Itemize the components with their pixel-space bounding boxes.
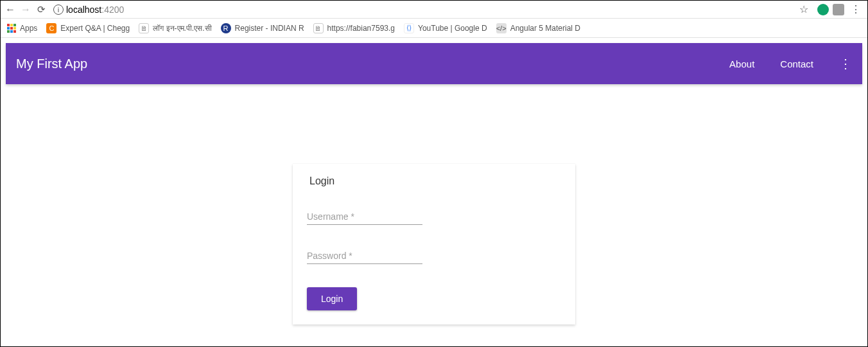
username-input[interactable]: [307, 209, 422, 225]
extension-badge-green[interactable]: [817, 4, 829, 15]
url-host: localhost: [66, 4, 101, 15]
username-field-wrapper: [307, 209, 422, 225]
bookmark-label: Angular 5 Material D: [510, 24, 580, 33]
nav-contact[interactable]: Contact: [780, 58, 813, 69]
bookmark-item[interactable]: R Register - INDIAN R: [221, 23, 304, 33]
nav-right: About Contact ⋮: [729, 57, 852, 70]
nav-about[interactable]: About: [729, 58, 754, 69]
bookmark-item[interactable]: 🗎 https://fabian7593.g: [313, 23, 395, 33]
bookmark-item[interactable]: ⟨⟩ YouTube | Google D: [404, 23, 487, 33]
app-toolbar: My First App About Contact ⋮: [6, 43, 862, 84]
back-arrow-icon[interactable]: ←: [4, 4, 16, 15]
bookmark-label: Register - INDIAN R: [235, 24, 304, 33]
bookmark-icon: </>: [496, 23, 507, 33]
browser-menu-icon[interactable]: ⋮: [848, 3, 864, 15]
reload-icon[interactable]: ⟳: [35, 4, 47, 15]
bookmark-icon: R: [221, 23, 231, 33]
bookmark-item[interactable]: C Expert Q&A | Chegg: [46, 23, 130, 33]
more-vert-icon[interactable]: ⋮: [839, 57, 852, 70]
extension-badge-gray[interactable]: [833, 4, 844, 15]
app-title: My First App: [16, 57, 87, 71]
bookmarks-bar: Apps C Expert Q&A | Chegg 🗎 लॉग इन-एम.पी…: [1, 19, 867, 38]
bookmark-item[interactable]: </> Angular 5 Material D: [496, 23, 580, 33]
url-bar[interactable]: i localhost:4200: [51, 4, 795, 15]
url-port: :4200: [101, 4, 124, 15]
content-area: Login Login: [6, 84, 862, 325]
bookmark-icon: 🗎: [139, 23, 149, 33]
bookmark-item[interactable]: 🗎 लॉग इन-एम.पी.एस.सी: [139, 23, 211, 33]
bookmark-apps[interactable]: Apps: [7, 24, 37, 33]
bookmark-icon: ⟨⟩: [404, 23, 414, 33]
bookmark-label: Apps: [20, 24, 37, 33]
bookmark-label: https://fabian7593.g: [327, 24, 395, 33]
star-icon[interactable]: ☆: [799, 3, 808, 15]
password-input[interactable]: [307, 248, 422, 264]
info-icon[interactable]: i: [53, 4, 64, 15]
bookmark-label: लॉग इन-एम.पी.एस.सी: [153, 24, 211, 33]
bookmark-label: YouTube | Google D: [418, 24, 487, 33]
bookmark-icon: 🗎: [313, 23, 324, 33]
login-card: Login Login: [293, 164, 575, 325]
page-content: My First App About Contact ⋮ Login Login: [1, 38, 867, 330]
login-title: Login: [309, 175, 561, 187]
forward-arrow-icon: →: [20, 4, 31, 15]
bookmark-icon: C: [46, 23, 56, 33]
apps-grid-icon: [7, 24, 16, 33]
bookmark-label: Expert Q&A | Chegg: [60, 24, 130, 33]
browser-toolbar: ← → ⟳ i localhost:4200 ☆ ⋮: [1, 1, 867, 19]
password-field-wrapper: [307, 248, 422, 264]
login-button[interactable]: Login: [307, 287, 357, 310]
